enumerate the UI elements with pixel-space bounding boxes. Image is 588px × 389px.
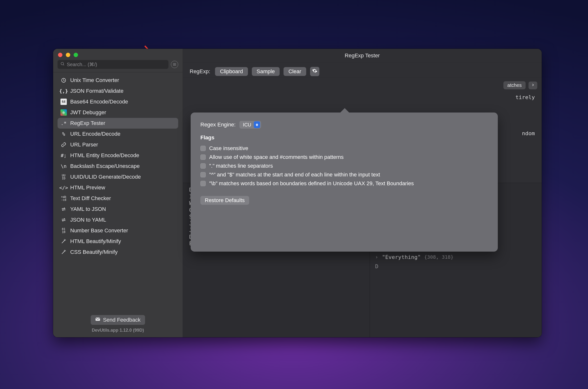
search-input[interactable]: Search... (⌘/) <box>57 60 168 69</box>
flag-checkbox[interactable] <box>200 172 206 177</box>
percent-icon: % <box>60 131 67 137</box>
sidebar-item-regexp-tester[interactable]: RegExp Tester <box>57 118 178 129</box>
sidebar-item-number-base-converter[interactable]: 0110Number Base Converter <box>57 225 178 236</box>
sample-button[interactable]: Sample <box>252 67 280 76</box>
sidebar-item-label: URL Encode/Decode <box>70 131 120 137</box>
flags-header: Flags <box>200 134 488 141</box>
peek-text-1: tirely <box>516 94 535 101</box>
wand-icon <box>60 249 67 255</box>
sidebar-item-label: URL Parser <box>70 142 98 148</box>
flag-checkbox[interactable] <box>200 155 206 160</box>
sidebar-item-json-format-validate[interactable]: {,}JSON Format/Validate <box>57 86 178 97</box>
b64-icon: 64 <box>60 98 67 105</box>
diff-icon: +ab-cd <box>60 195 67 202</box>
flag-row-2: "." matches line separators <box>200 163 488 169</box>
link-icon <box>60 142 67 148</box>
sidebar-item-yaml-to-json[interactable]: YAML to JSON <box>57 204 178 215</box>
flag-checkbox[interactable] <box>200 181 206 186</box>
regex-engine-select[interactable]: ICU <box>239 121 261 129</box>
window-title: RegExp Tester <box>183 49 542 63</box>
sidebar-item-uuid-ulid-generate-decode[interactable]: UUIDUUID/ULID Generate/Decode <box>57 172 178 182</box>
sidebar-item-label: JSON Format/Validate <box>70 88 123 94</box>
regex-toolbar: RegExp: Clipboard Sample Clear <box>183 63 542 78</box>
app-window: Search... (⌘/) Unix Time Converter{,}JSO… <box>53 49 542 337</box>
match-footer: D <box>375 263 536 270</box>
regex-engine-label: Regex Engine: <box>200 122 235 128</box>
minimize-window-button[interactable] <box>66 53 70 57</box>
matches-tab[interactable]: atches <box>504 81 537 89</box>
flag-checkbox[interactable] <box>200 163 206 169</box>
tool-list: Unix Time Converter{,}JSON Format/Valida… <box>53 72 183 312</box>
swap-icon <box>60 206 67 212</box>
sidebar-item-base64-encode-decode[interactable]: 64Base64 Encode/Decode <box>57 97 178 107</box>
sidebar-item-label: Unix Time Converter <box>70 77 119 83</box>
main-pane: RegExp Tester RegExp: Clipboard Sample C… <box>183 49 542 337</box>
sidebar-item-html-preview[interactable]: </>HTML Preview <box>57 182 178 193</box>
sidebar-item-json-to-yaml[interactable]: JSON to YAML <box>57 215 178 225</box>
flag-row-4: "\b" matches words based on boundaries d… <box>200 180 488 187</box>
clear-button[interactable]: Clear <box>283 67 306 76</box>
send-feedback-label: Send Feedback <box>103 317 140 323</box>
expand-button[interactable] <box>529 82 537 89</box>
sidebar-item-backslash-escape-unescape[interactable]: \nBackslash Escape/Unescape <box>57 161 178 172</box>
content-area: atches tirely ndom! DevUtils It Work Off… <box>183 78 542 337</box>
flag-label: Allow use of white space and #comments w… <box>209 154 344 160</box>
sidebar-item-label: Text Diff Checker <box>70 195 111 202</box>
sidebar-item-url-parser[interactable]: URL Parser <box>57 139 178 150</box>
swap-icon <box>60 217 67 223</box>
window-controls <box>53 49 183 58</box>
match-row[interactable]: ›"Everything"{308, 318} <box>375 253 536 261</box>
settings-popover: Regex Engine: ICU Flags Case insensitive… <box>191 112 498 252</box>
svg-point-1 <box>61 62 64 65</box>
sidebar-item-unix-time-converter[interactable]: Unix Time Converter <box>57 75 178 86</box>
search-placeholder: Search... (⌘/) <box>67 62 97 67</box>
sidebar-item-html-beautify-minify[interactable]: HTML Beautify/Minify <box>57 236 178 247</box>
sidebar-item-label: UUID/ULID Generate/Decode <box>70 174 141 180</box>
sidebar-item-label: HTML Entity Encode/Decode <box>70 152 139 159</box>
clock-icon <box>60 77 67 83</box>
send-feedback-button[interactable]: Send Feedback <box>91 315 145 325</box>
sidebar-item-text-diff-checker[interactable]: +ab-cdText Diff Checker <box>57 193 178 204</box>
brackets-icon: </> <box>60 185 67 191</box>
regex-label: RegExp: <box>190 68 210 75</box>
sidebar-item-html-entity-encode-decode[interactable]: #;HTML Entity Encode/Decode <box>57 150 178 161</box>
flag-list: Case insensitiveAllow use of white space… <box>200 145 488 187</box>
flag-checkbox[interactable] <box>200 146 206 151</box>
match-text: "Everything" <box>382 254 421 260</box>
bslash-icon: \n <box>60 163 67 169</box>
close-window-button[interactable] <box>58 53 62 57</box>
sidebar-item-css-beautify-minify[interactable]: CSS Beautify/Minify <box>57 247 178 258</box>
sidebar-item-label: Backslash Escape/Unescape <box>70 163 140 169</box>
zoom-window-button[interactable] <box>74 53 78 57</box>
app-version: DevUtils.app 1.12.0 (99D) <box>53 328 183 333</box>
sidebar-item-label: HTML Preview <box>70 185 105 191</box>
sidebar-item-label: Base64 Encode/Decode <box>70 98 128 105</box>
regex-engine-value: ICU <box>243 122 251 128</box>
sidebar-view-toggle[interactable] <box>171 61 178 68</box>
envelope-icon <box>95 317 100 323</box>
sidebar: Search... (⌘/) Unix Time Converter{,}JSO… <box>53 49 183 337</box>
flag-label: "^" and "$" matches at the start and end… <box>209 172 380 178</box>
restore-defaults-button[interactable]: Restore Defaults <box>200 196 249 205</box>
chevron-right-icon <box>531 83 535 87</box>
flag-row-3: "^" and "$" matches at the start and end… <box>200 172 488 178</box>
sidebar-item-label: Number Base Converter <box>70 227 128 234</box>
sidebar-item-label: HTML Beautify/Minify <box>70 238 121 245</box>
sidebar-item-url-encode-decode[interactable]: %URL Encode/Decode <box>57 129 178 139</box>
svg-line-2 <box>63 65 64 65</box>
chevron-right-icon: › <box>375 254 379 260</box>
sidebar-item-label: JWT Debugger <box>70 109 106 116</box>
sidebar-item-label: YAML to JSON <box>70 206 106 212</box>
uuid-icon: UUID <box>60 174 67 180</box>
wand-icon <box>60 238 67 245</box>
clipboard-button[interactable]: Clipboard <box>215 67 248 76</box>
jwt-icon: ✻ <box>60 109 67 116</box>
settings-button[interactable] <box>310 67 319 76</box>
matches-tab-label: atches <box>504 81 526 89</box>
flag-row-0: Case insensitive <box>200 145 488 152</box>
flag-label: "\b" matches words based on boundaries d… <box>209 180 414 187</box>
flag-label: Case insensitive <box>209 145 248 152</box>
search-icon <box>60 62 65 67</box>
braces-icon: {,} <box>60 88 67 94</box>
sidebar-item-jwt-debugger[interactable]: ✻JWT Debugger <box>57 107 178 118</box>
